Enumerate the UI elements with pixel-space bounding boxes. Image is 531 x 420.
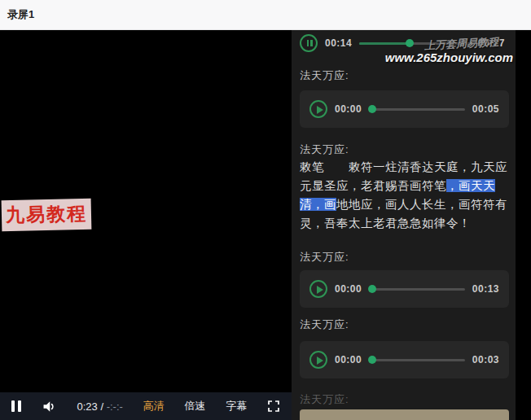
- audio-progress-track[interactable]: [369, 288, 465, 291]
- audio-progress-handle[interactable]: [406, 39, 414, 47]
- audio-player-highlighted: [300, 409, 509, 420]
- section-label: 法天万应:: [300, 392, 349, 407]
- section-label: 法天万应:: [300, 68, 349, 83]
- volume-icon[interactable]: [42, 400, 57, 413]
- audio-total-time: 00:03: [472, 354, 499, 365]
- fullscreen-icon[interactable]: [267, 400, 280, 413]
- audio-progress-handle[interactable]: [368, 356, 376, 364]
- audio-progress-handle[interactable]: [368, 285, 376, 293]
- quality-button[interactable]: 高清: [143, 399, 165, 413]
- audio-total-time: 00:27: [478, 37, 505, 49]
- audio-player: 00:00 00:13: [300, 270, 509, 308]
- audio-total-time: 00:13: [472, 283, 499, 295]
- audio-total-time: 00:05: [472, 103, 499, 115]
- message-panel[interactable]: 上万套周易教程 www.265zhouyiw.com 00:14 00:27 法…: [292, 30, 516, 420]
- audio-player: 00:00 00:03: [300, 341, 509, 378]
- video-control-bar: 0:23 / -:-:- 高清 倍速 字幕: [0, 392, 292, 420]
- watermark-url: www.265zhouyiw.com: [385, 50, 513, 64]
- audio-progress-fill: [359, 42, 409, 45]
- section-label: 法天万应:: [300, 250, 349, 265]
- audio-current-time: 00:14: [325, 37, 352, 49]
- audio-player: 00:00 00:05: [300, 90, 509, 128]
- audio-progress-handle[interactable]: [368, 105, 376, 113]
- video-watermark-label: 九易教程: [2, 199, 92, 231]
- play-circle-button[interactable]: [309, 280, 327, 298]
- section-label: 法天万应:: [300, 317, 349, 332]
- incantation-text: 敕笔 敕符一炷清香达天庭，九天应元显圣应，老君赐吾画符笔，画天天清，画地地应，画…: [300, 158, 513, 233]
- time-display: 0:23 / -:-:-: [77, 400, 123, 413]
- audio-current-time: 00:00: [335, 283, 362, 295]
- play-circle-button[interactable]: [309, 100, 327, 118]
- page-title: 录屏1: [7, 7, 34, 22]
- audio-current-time: 00:00: [335, 103, 362, 115]
- video-surface[interactable]: 九易教程 0:23 / -:-:- 高清 倍速 字幕: [0, 30, 292, 420]
- subtitle-button[interactable]: 字幕: [226, 399, 247, 413]
- pause-button[interactable]: [11, 400, 21, 412]
- speed-button[interactable]: 倍速: [184, 399, 205, 413]
- audio-progress-track[interactable]: [359, 42, 471, 45]
- content-stage: 九易教程 0:23 / -:-:- 高清 倍速 字幕 上万套周易教程: [0, 30, 531, 420]
- section-label: 法天万应:: [300, 142, 349, 157]
- play-circle-button[interactable]: [309, 351, 327, 369]
- audio-progress-track[interactable]: [369, 359, 465, 361]
- audio-player: 00:14 00:27: [300, 34, 505, 52]
- audio-progress-track[interactable]: [369, 108, 465, 111]
- pause-circle-button[interactable]: [300, 34, 318, 52]
- audio-current-time: 00:00: [335, 354, 362, 365]
- window-header: 录屏1: [0, 0, 531, 30]
